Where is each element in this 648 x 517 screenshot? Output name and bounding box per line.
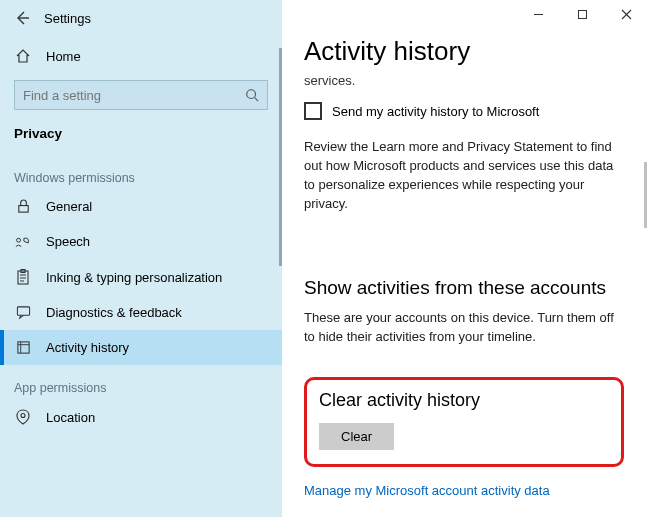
sidebar-item-inking[interactable]: Inking & typing personalization	[0, 259, 282, 295]
svg-point-2	[17, 238, 21, 242]
checkbox-label: Send my activity history to Microsoft	[332, 104, 539, 119]
clipboard-icon	[14, 269, 32, 285]
main-pane: Activity history services. Send my activ…	[282, 0, 648, 517]
main-scrollbar[interactable]	[644, 162, 647, 228]
current-section-label: Privacy	[0, 118, 282, 155]
sidebar-item-general[interactable]: General	[0, 189, 282, 224]
clear-heading: Clear activity history	[319, 390, 609, 411]
accounts-text: These are your accounts on this device. …	[304, 309, 626, 347]
page-title: Activity history	[304, 36, 626, 67]
review-text: Review the Learn more and Privacy Statem…	[304, 138, 626, 213]
checkbox-icon[interactable]	[304, 102, 322, 120]
sidebar: Settings Home Privacy Windows permission…	[0, 0, 282, 517]
maximize-button[interactable]	[560, 0, 604, 28]
search-icon	[245, 88, 259, 102]
clear-button[interactable]: Clear	[319, 423, 394, 450]
nav-label: Diagnostics & feedback	[46, 305, 182, 320]
nav-label: Location	[46, 410, 95, 425]
accounts-heading: Show activities from these accounts	[304, 277, 626, 299]
minimize-button[interactable]	[516, 0, 560, 28]
speech-icon	[14, 235, 32, 249]
svg-rect-5	[17, 307, 29, 315]
send-history-checkbox-row[interactable]: Send my activity history to Microsoft	[304, 102, 626, 120]
svg-rect-8	[578, 10, 586, 18]
svg-rect-1	[18, 206, 27, 213]
clear-history-section: Clear activity history Clear	[304, 377, 624, 467]
location-icon	[14, 409, 32, 425]
sidebar-item-speech[interactable]: Speech	[0, 224, 282, 259]
svg-rect-6	[17, 342, 28, 353]
app-title: Settings	[44, 11, 91, 26]
lock-icon	[14, 199, 32, 214]
manage-account-link[interactable]: Manage my Microsoft account activity dat…	[304, 483, 626, 498]
feedback-icon	[14, 305, 32, 320]
sidebar-item-location[interactable]: Location	[0, 399, 282, 435]
nav-label: Activity history	[46, 340, 129, 355]
sidebar-item-diagnostics[interactable]: Diagnostics & feedback	[0, 295, 282, 330]
svg-point-0	[247, 90, 256, 99]
svg-point-7	[21, 414, 25, 418]
home-label: Home	[46, 49, 81, 64]
nav-label: General	[46, 199, 92, 214]
home-icon	[14, 48, 32, 64]
group-windows-permissions: Windows permissions	[0, 155, 282, 189]
truncated-text: services.	[304, 73, 626, 88]
search-field[interactable]	[23, 88, 235, 103]
close-button[interactable]	[604, 0, 648, 28]
back-icon[interactable]	[14, 10, 30, 26]
window-controls	[516, 0, 648, 28]
search-input[interactable]	[14, 80, 268, 110]
nav-label: Speech	[46, 234, 90, 249]
group-app-permissions: App permissions	[0, 365, 282, 399]
sidebar-item-activity-history[interactable]: Activity history	[0, 330, 282, 365]
history-icon	[14, 340, 32, 355]
nav-label: Inking & typing personalization	[46, 270, 222, 285]
sidebar-item-home[interactable]: Home	[0, 38, 282, 74]
